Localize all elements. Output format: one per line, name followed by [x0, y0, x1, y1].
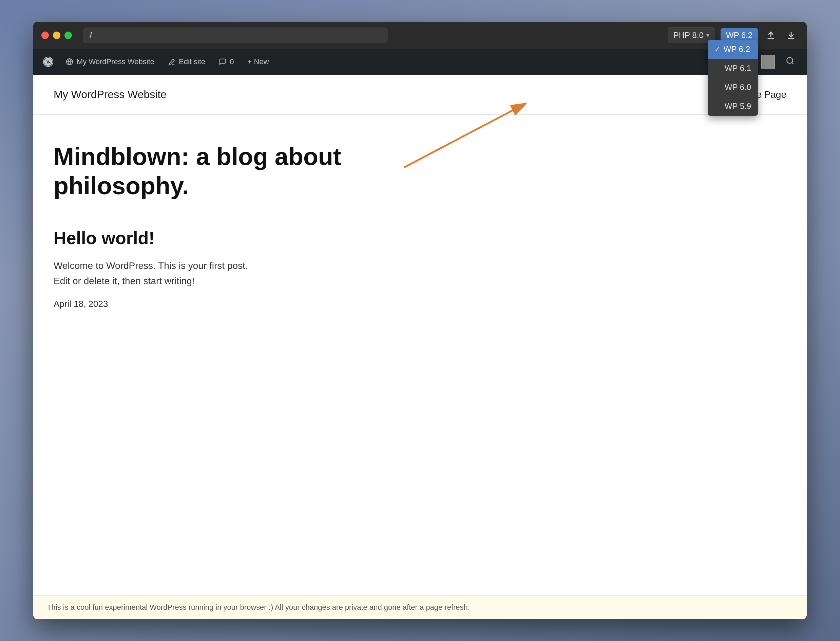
- check-icon: ✓: [715, 45, 720, 53]
- website-content-area: My WordPress Website Sample Page Mindblo…: [33, 75, 807, 619]
- footer-notice: This is a cool fun experimental WordPres…: [33, 595, 807, 619]
- wp-version-dropdown: ✓ WP 6.2 WP 6.1 WP 6.0 WP 5.9: [708, 40, 758, 116]
- edit-site-label: Edit site: [179, 57, 205, 66]
- post-article: Hello world! Welcome to WordPress. This …: [54, 228, 786, 310]
- site-tagline: Mindblown: a blog about philosophy.: [54, 142, 461, 201]
- footer-notice-text: This is a cool fun experimental WordPres…: [47, 603, 470, 612]
- maximize-button[interactable]: [64, 32, 72, 39]
- post-line2: Edit or delete it, then start writing!: [54, 274, 786, 289]
- php-version-label: PHP 8.0: [673, 31, 703, 40]
- site-main-content: Mindblown: a blog about philosophy. Hell…: [33, 115, 807, 337]
- wp-version-label-61: WP 6.1: [724, 63, 751, 73]
- post-date: April 18, 2023: [54, 299, 786, 309]
- site-name-label: My WordPress Website: [77, 57, 154, 66]
- close-button[interactable]: [42, 32, 49, 39]
- url-text: /: [90, 30, 92, 41]
- admin-avatar: [761, 55, 775, 69]
- adminbar-new[interactable]: + New: [241, 49, 276, 75]
- wp-version-label-60: WP 6.0: [724, 82, 751, 92]
- wp-version-option-62[interactable]: ✓ WP 6.2: [708, 40, 758, 59]
- wp-version-label-59: WP 5.9: [724, 101, 751, 111]
- titlebar-right: PHP 8.0 ▾ WP 6.2 ✓ WP 6.2 WP 6.1 WP 6.0: [668, 27, 798, 43]
- svg-line-4: [792, 63, 793, 64]
- traffic-lights: [42, 32, 72, 39]
- wp-version-label: WP 6.2: [726, 31, 752, 40]
- url-bar[interactable]: /: [83, 27, 388, 43]
- titlebar: / PHP 8.0 ▾ WP 6.2 ✓ WP 6.2 WP 6.1: [33, 22, 807, 49]
- comments-count: 0: [230, 57, 234, 66]
- svg-point-3: [787, 57, 792, 63]
- wp-version-option-61[interactable]: WP 6.1: [708, 59, 758, 78]
- wp-version-option-60[interactable]: WP 6.0: [708, 78, 758, 97]
- wp-version-option-59[interactable]: WP 5.9: [708, 97, 758, 116]
- post-excerpt: Welcome to WordPress. This is your first…: [54, 258, 786, 289]
- post-title: Hello world!: [54, 228, 786, 248]
- adminbar-site-name[interactable]: My WordPress Website: [59, 49, 161, 75]
- minimize-button[interactable]: [53, 32, 60, 39]
- wp-logo-button[interactable]: [42, 49, 59, 75]
- download-button[interactable]: [784, 28, 798, 43]
- site-title: My WordPress Website: [54, 88, 167, 101]
- adminbar-edit-site[interactable]: Edit site: [161, 49, 212, 75]
- wp-adminbar: My WordPress Website Edit site 0 + New a…: [33, 49, 807, 75]
- adminbar-comments[interactable]: 0: [212, 49, 241, 75]
- adminbar-search-button[interactable]: [782, 56, 798, 68]
- browser-window: / PHP 8.0 ▾ WP 6.2 ✓ WP 6.2 WP 6.1: [33, 22, 807, 619]
- post-line1: Welcome to WordPress. This is your first…: [54, 258, 786, 274]
- upload-button[interactable]: [763, 28, 778, 43]
- chevron-down-icon: ▾: [706, 32, 709, 39]
- site-header: My WordPress Website Sample Page: [33, 75, 807, 115]
- wp-version-label-62: WP 6.2: [724, 45, 750, 54]
- new-label: + New: [248, 57, 269, 66]
